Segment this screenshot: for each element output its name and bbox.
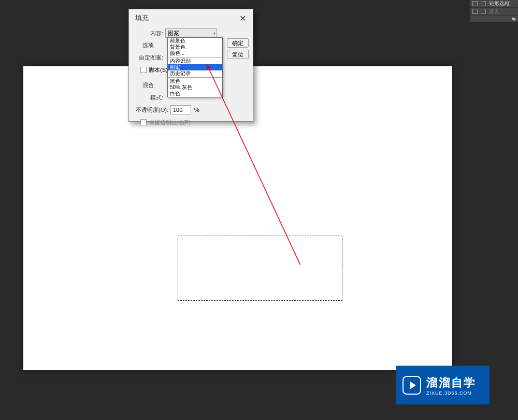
- dropdown-item-gray[interactable]: 50% 灰色: [168, 84, 222, 91]
- panel-row-marquee[interactable]: 矩形选框: [470, 0, 518, 8]
- content-dropdown-list: 前景色 背景色 颜色... 内容识别 图案 历史记录 黑色 50% 灰色 白色: [167, 37, 223, 97]
- square-icon: [472, 1, 478, 6]
- play-icon: [402, 376, 421, 395]
- script-checkbox[interactable]: [140, 67, 147, 73]
- preserve-transparency-label: 保留透明区域(P): [149, 119, 191, 126]
- panel-label: 减去: [489, 8, 499, 15]
- dropdown-item-content-aware[interactable]: 内容识别: [168, 58, 222, 64]
- custom-pattern-label: 自定图案:: [134, 54, 165, 62]
- dialog-title: 填充: [135, 13, 149, 23]
- dropdown-item-pattern[interactable]: 图案: [168, 64, 222, 70]
- watermark-main: 溜溜自学: [426, 375, 476, 390]
- panel-row-subtract[interactable]: 减去: [470, 8, 518, 16]
- collapse-icon[interactable]: ⇆: [512, 16, 516, 21]
- dialog-titlebar[interactable]: 填充 ✕: [129, 9, 253, 27]
- panel-footer: ⇆: [470, 16, 518, 22]
- chevron-down-icon: ▾: [213, 31, 215, 36]
- dropdown-item-white[interactable]: 白色: [168, 91, 222, 97]
- reset-button[interactable]: 复位: [227, 50, 249, 59]
- selection-marquee[interactable]: [178, 236, 342, 301]
- dropdown-item-color[interactable]: 颜色...: [168, 50, 222, 56]
- dashed-square-icon: [481, 1, 486, 6]
- square-icon: [481, 9, 486, 14]
- dropdown-item-background[interactable]: 背景色: [168, 44, 222, 50]
- content-label: 内容:: [134, 30, 165, 37]
- panel-label: 矩形选框: [489, 0, 510, 7]
- square-icon: [472, 9, 478, 14]
- content-value: 图案: [168, 30, 179, 37]
- opacity-input[interactable]: 100: [170, 105, 191, 114]
- close-icon[interactable]: ✕: [238, 14, 247, 22]
- content-dropdown[interactable]: 图案 ▾: [165, 28, 217, 38]
- dropdown-separator: [168, 57, 222, 57]
- ok-button[interactable]: 确定: [227, 38, 249, 48]
- tools-panel: 矩形选框 减去 ⇆: [470, 0, 518, 22]
- mode-label: 模式:: [134, 94, 165, 102]
- script-label: 脚本(S):: [149, 66, 169, 74]
- dropdown-separator: [168, 77, 222, 78]
- dropdown-item-history[interactable]: 历史记录: [168, 70, 222, 77]
- opacity-unit: %: [194, 107, 199, 113]
- watermark: 溜溜自学 ZIXUE.3D66.COM: [396, 366, 490, 404]
- preserve-transparency-checkbox[interactable]: [140, 119, 147, 125]
- dropdown-item-black[interactable]: 黑色: [168, 78, 222, 84]
- opacity-label: 不透明度(O):: [134, 106, 170, 114]
- dropdown-item-foreground[interactable]: 前景色: [168, 38, 222, 44]
- watermark-sub: ZIXUE.3D66.COM: [426, 390, 476, 396]
